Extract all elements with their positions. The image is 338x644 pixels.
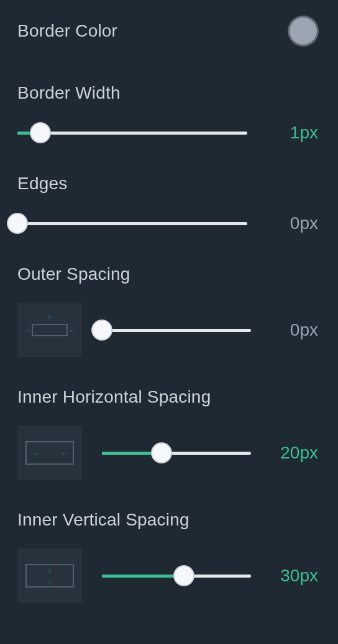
- inner-v-spacing-row: Inner Vertical Spacing ↓ ↑ 30px: [17, 510, 321, 603]
- inner-h-spacing-row: Inner Horizontal Spacing → ← 20px: [17, 387, 321, 480]
- outer-spacing-label: Outer Spacing: [17, 264, 321, 284]
- slider-thumb[interactable]: [152, 444, 171, 462]
- border-width-label: Border Width: [17, 83, 321, 103]
- outer-spacing-icon[interactable]: ↓ → ←: [17, 303, 82, 357]
- border-width-slider[interactable]: [17, 122, 247, 144]
- slider-thumb[interactable]: [31, 123, 50, 142]
- inner-h-spacing-control: → ← 20px: [17, 426, 321, 480]
- slider-thumb[interactable]: [93, 321, 111, 339]
- slider-track: [102, 329, 251, 332]
- arrow-left-icon: ←: [61, 449, 69, 457]
- slider-track: [17, 222, 247, 225]
- edges-value: 0px: [267, 213, 321, 233]
- outer-spacing-control: ↓ → ← 0px: [17, 303, 321, 357]
- border-width-row: Border Width 1px: [17, 83, 321, 144]
- style-panel: Border Color Border Width 1px Edges: [0, 0, 338, 620]
- arrow-right-icon: →: [30, 449, 39, 457]
- slider-thumb[interactable]: [8, 214, 27, 233]
- inner-h-spacing-icon[interactable]: → ←: [17, 426, 82, 480]
- border-color-label: Border Color: [17, 21, 117, 41]
- outer-spacing-row: Outer Spacing ↓ → ← 0px: [17, 264, 321, 357]
- inner-h-spacing-slider[interactable]: [102, 442, 251, 464]
- border-color-row: Border Color: [17, 17, 321, 45]
- arrow-down-icon: ↓: [48, 311, 52, 320]
- edges-slider[interactable]: [17, 212, 247, 235]
- slider-fill: [102, 575, 184, 578]
- outer-spacing-value: 0px: [271, 320, 321, 340]
- inner-h-spacing-value: 20px: [271, 443, 321, 463]
- border-width-control: 1px: [17, 122, 321, 144]
- edges-row: Edges 0px: [17, 174, 321, 235]
- inner-v-spacing-icon[interactable]: ↓ ↑: [17, 548, 82, 603]
- outer-spacing-slider[interactable]: [102, 319, 251, 341]
- inner-v-spacing-label: Inner Vertical Spacing: [17, 510, 321, 530]
- inner-v-spacing-value: 30px: [271, 566, 321, 586]
- arrow-up-icon: ↑: [48, 578, 52, 586]
- inner-h-spacing-label: Inner Horizontal Spacing: [17, 387, 321, 407]
- border-width-value: 1px: [267, 123, 321, 143]
- spacing-rect-icon: [32, 324, 68, 336]
- slider-track: [17, 132, 247, 135]
- inner-v-spacing-control: ↓ ↑ 30px: [17, 548, 321, 603]
- edges-control: 0px: [17, 212, 321, 235]
- arrow-right-icon: →: [23, 326, 31, 334]
- slider-thumb[interactable]: [175, 566, 193, 585]
- arrow-left-icon: ←: [68, 326, 76, 334]
- inner-v-spacing-slider[interactable]: [102, 565, 251, 587]
- border-color-swatch[interactable]: [290, 17, 317, 45]
- arrow-down-icon: ↓: [48, 566, 52, 574]
- edges-label: Edges: [17, 174, 321, 194]
